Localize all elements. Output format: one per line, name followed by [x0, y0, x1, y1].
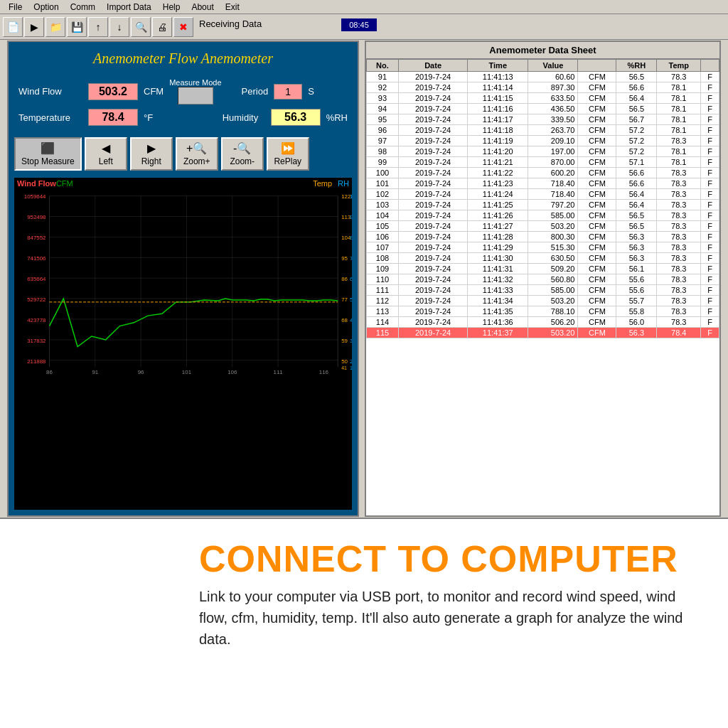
col-time: Time — [468, 60, 528, 72]
cell-no: 97 — [367, 136, 399, 146]
table-row[interactable]: 108 2019-7-24 11:41:30 630.50 CFM 56.3 7… — [367, 253, 719, 264]
right-icon: ▶ — [147, 141, 156, 155]
menu-help[interactable]: Help — [157, 2, 186, 12]
left-button[interactable]: ◀ Left — [85, 137, 127, 171]
cell-rh: 57.2 — [616, 146, 657, 157]
cell-value: 797.20 — [528, 200, 578, 210]
cell-unit: CFM — [578, 306, 616, 317]
toolbar-down[interactable]: ↓ — [109, 17, 129, 37]
cell-rh: 57.2 — [616, 136, 657, 146]
cell-date: 2019-7-24 — [398, 274, 467, 285]
cell-temp: 78.3 — [657, 200, 701, 210]
table-row[interactable]: 100 2019-7-24 11:41:22 600.20 CFM 56.6 7… — [367, 168, 719, 178]
table-row[interactable]: 110 2019-7-24 11:41:32 560.80 CFM 55.6 7… — [367, 274, 719, 285]
cell-unit: CFM — [578, 274, 616, 285]
cell-no: 108 — [367, 253, 399, 264]
cell-no: 91 — [367, 72, 399, 82]
svg-text:100: 100 — [350, 194, 352, 200]
cell-date: 2019-7-24 — [398, 72, 467, 82]
table-row[interactable]: 99 2019-7-24 11:41:21 870.00 CFM 57.1 78… — [367, 157, 719, 168]
menu-file[interactable]: File — [3, 2, 28, 12]
cell-temp: 78.3 — [657, 178, 701, 189]
table-row[interactable]: 111 2019-7-24 11:41:33 585.00 CFM 55.6 7… — [367, 285, 719, 296]
table-row[interactable]: 95 2019-7-24 11:41:17 339.50 CFM 56.7 78… — [367, 114, 719, 125]
menu-about[interactable]: About — [186, 2, 219, 12]
stop-measure-button[interactable]: ⬛ Stop Measure — [14, 137, 82, 171]
menu-comm[interactable]: Comm — [65, 2, 101, 12]
cell-no: 102 — [367, 189, 399, 200]
table-row[interactable]: 114 2019-7-24 11:41:36 506.20 CFM 56.0 7… — [367, 317, 719, 328]
cell-time: 11:41:35 — [468, 306, 528, 317]
table-row[interactable]: 91 2019-7-24 11:41:13 60.60 CFM 56.5 78.… — [367, 72, 719, 82]
menu-option[interactable]: Option — [28, 2, 64, 12]
table-row[interactable]: 104 2019-7-24 11:41:26 585.00 CFM 56.5 7… — [367, 210, 719, 221]
toolbar-search[interactable]: 🔍 — [131, 17, 151, 37]
period-label: Period — [242, 86, 269, 97]
cell-value: 600.20 — [528, 168, 578, 178]
zoom-minus-button[interactable]: -🔍 Zoom- — [221, 137, 264, 171]
table-row[interactable]: 106 2019-7-24 11:41:28 800.30 CFM 56.3 7… — [367, 232, 719, 242]
menu-import-data[interactable]: Import Data — [101, 2, 157, 12]
left-panel: Anemometer Flow Anemometer Wind Flow 503… — [7, 41, 359, 517]
table-row[interactable]: 92 2019-7-24 11:41:14 897.30 CFM 56.6 78… — [367, 82, 719, 93]
table-row[interactable]: 115 2019-7-24 11:41:37 503.20 CFM 56.3 7… — [367, 328, 719, 338]
toolbar-stop[interactable]: ✖ — [173, 17, 193, 37]
cell-unit: CFM — [578, 114, 616, 125]
wind-flow-label: Wind Flow — [18, 86, 82, 97]
cell-time: 11:41:17 — [468, 114, 528, 125]
svg-text:101: 101 — [182, 369, 191, 374]
toolbar-play[interactable]: ▶ — [24, 17, 44, 37]
toolbar-print[interactable]: 🖨 — [152, 17, 172, 37]
cell-no: 101 — [367, 178, 399, 189]
cell-no: 114 — [367, 317, 399, 328]
table-row[interactable]: 93 2019-7-24 11:41:15 633.50 CFM 56.4 78… — [367, 93, 719, 104]
cell-unit2: F — [701, 274, 719, 285]
table-row[interactable]: 113 2019-7-24 11:41:35 788.10 CFM 55.8 7… — [367, 306, 719, 317]
cell-rh: 56.5 — [616, 104, 657, 114]
table-row[interactable]: 94 2019-7-24 11:41:16 436.50 CFM 56.5 78… — [367, 104, 719, 114]
table-row[interactable]: 101 2019-7-24 11:41:23 718.40 CFM 56.6 7… — [367, 178, 719, 189]
table-row[interactable]: 112 2019-7-24 11:41:34 503.20 CFM 55.7 7… — [367, 296, 719, 306]
toolbar-new[interactable]: 📄 — [3, 17, 23, 37]
replay-button[interactable]: ⏩ RePlay — [267, 137, 309, 171]
cell-temp: 78.1 — [657, 104, 701, 114]
cell-rh: 56.5 — [616, 72, 657, 82]
zoom-plus-button[interactable]: +🔍 Zoom+ — [176, 137, 218, 171]
cell-temp: 78.3 — [657, 221, 701, 232]
toolbar-up[interactable]: ↑ — [88, 17, 108, 37]
table-row[interactable]: 102 2019-7-24 11:41:24 718.40 CFM 56.4 7… — [367, 189, 719, 200]
cell-rh: 56.5 — [616, 210, 657, 221]
right-button[interactable]: ▶ Right — [130, 137, 173, 171]
cell-date: 2019-7-24 — [398, 317, 467, 328]
cell-no: 115 — [367, 328, 399, 338]
cell-unit: CFM — [578, 285, 616, 296]
table-row[interactable]: 96 2019-7-24 11:41:18 263.70 CFM 57.2 78… — [367, 125, 719, 136]
data-table[interactable]: No. Date Time Value %RH Temp 91 2019-7-2… — [366, 59, 719, 515]
period-unit: S — [308, 86, 314, 97]
table-row[interactable]: 103 2019-7-24 11:41:25 797.20 CFM 56.4 7… — [367, 200, 719, 210]
cell-rh: 56.3 — [616, 253, 657, 264]
table-row[interactable]: 107 2019-7-24 11:41:29 515.30 CFM 56.3 7… — [367, 242, 719, 253]
table-row[interactable]: 105 2019-7-24 11:41:27 503.20 CFM 56.5 7… — [367, 221, 719, 232]
table-row[interactable]: 109 2019-7-24 11:41:31 509.20 CFM 56.1 7… — [367, 264, 719, 274]
cell-unit: CFM — [578, 210, 616, 221]
cell-date: 2019-7-24 — [398, 328, 467, 338]
toolbar-open[interactable]: 📁 — [46, 17, 65, 37]
cell-temp: 78.3 — [657, 232, 701, 242]
cell-unit2: F — [701, 328, 719, 338]
cell-temp: 78.3 — [657, 253, 701, 264]
temp-humidity-row: Temperature 78.4 °F Humidity 56.3 %RH — [18, 109, 348, 126]
graph-svg: 1059644 952498 847552 741506 635664 5297… — [14, 189, 352, 374]
cell-time: 11:41:13 — [468, 72, 528, 82]
cell-time: 11:41:30 — [468, 253, 528, 264]
cell-no: 104 — [367, 210, 399, 221]
left-icon: ◀ — [102, 141, 110, 155]
table-row[interactable]: 97 2019-7-24 11:41:19 209.10 CFM 57.2 78… — [367, 136, 719, 146]
toolbar-save[interactable]: 💾 — [67, 17, 87, 37]
cell-unit2: F — [701, 285, 719, 296]
cell-unit2: F — [701, 296, 719, 306]
cell-time: 11:41:33 — [468, 285, 528, 296]
menu-exit[interactable]: Exit — [220, 2, 245, 12]
table-row[interactable]: 98 2019-7-24 11:41:20 197.00 CFM 57.2 78… — [367, 146, 719, 157]
svg-text:10: 10 — [350, 365, 352, 370]
